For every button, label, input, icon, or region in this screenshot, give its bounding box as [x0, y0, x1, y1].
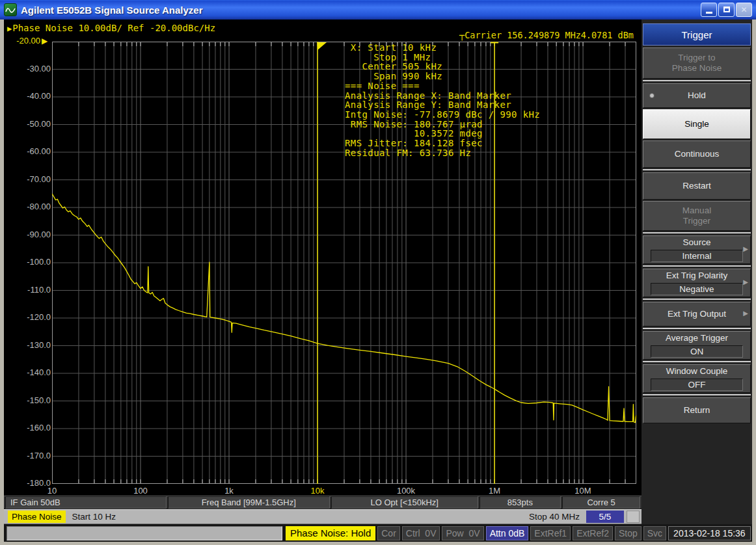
sweep-start-label: Start 10 Hz — [72, 512, 116, 522]
x-axis-tick-label: 100k — [397, 486, 415, 496]
status-indicator-service: Svc — [643, 526, 666, 540]
page-indicator: 5/5 — [586, 511, 624, 523]
softkey-label: Single — [684, 119, 709, 129]
analyzer-screen: Agilent E5052B Signal Source Analyzer ✕ … — [0, 0, 756, 545]
readout-cell-lo-opt: LO Opt [<150kHz] — [331, 496, 478, 509]
y-axis-tick-label: -70.00 — [4, 174, 51, 184]
x-axis-tick-label: 1k — [224, 486, 234, 496]
y-axis-tick-label: -150.0 — [4, 395, 51, 405]
softkey-value: Internal — [651, 250, 743, 262]
trace-scale-label: Phase Noise 10.00dB/ Ref -20.00dBc/Hz — [12, 23, 215, 33]
softkey-single[interactable]: Single — [643, 109, 751, 139]
status-indicator-ext-ref-1: ExtRef1 — [530, 526, 571, 540]
y-axis-tick-label: -90.00 — [4, 230, 51, 239]
close-button[interactable]: ✕ — [736, 3, 752, 17]
softkey-separator — [643, 299, 751, 300]
measurement-settings-bar: IF Gain 50dBFreq Band [99M-1.5GHz]LO Opt… — [4, 496, 641, 509]
softkey-label: Phase Noise — [672, 63, 722, 73]
radio-dot-icon — [649, 93, 655, 98]
y-axis-tick-label: -40.00 — [4, 91, 51, 101]
softkey-label: Trigger — [683, 216, 710, 226]
y-axis-tick-label: -140.0 — [4, 367, 51, 377]
softkey-separator — [643, 265, 751, 267]
readout-cell-points: 853pts — [479, 496, 561, 509]
softkey-average-trigger[interactable]: Average TriggerON — [643, 331, 751, 360]
softkey-ext-trig-polarity[interactable]: Ext Trig PolarityNegative▶ — [643, 269, 751, 297]
softkey-label: Trigger to — [678, 53, 715, 63]
y-axis-tick-label: -80.00 — [4, 202, 51, 211]
window-title: Agilent E5052B Signal Source Analyzer — [21, 5, 203, 16]
readout-cell-freq-band: Freq Band [99M-1.5GHz] — [168, 496, 330, 509]
y-axis-tick-label: -30.00 — [4, 64, 51, 73]
y-axis-tick-label: -130.0 — [4, 340, 51, 350]
softkey-label: Manual — [682, 206, 711, 216]
softkey-source[interactable]: SourceInternal▶ — [643, 235, 751, 264]
plot-canvas — [52, 42, 636, 484]
submenu-arrow-icon: ▶ — [743, 245, 748, 253]
minimize-button[interactable] — [701, 3, 717, 17]
noise-analysis-readout: X: Start 10 kHz Stop 1 MHz Center 505 kH… — [345, 43, 540, 157]
softkey-return[interactable]: Return — [643, 397, 751, 423]
status-bar: Phase Noise: Hold CorCtrl 0VPow 0VAttn 0… — [4, 524, 752, 542]
close-icon: ✕ — [740, 5, 747, 14]
x-axis-tick-label: 10k — [311, 486, 325, 496]
x-axis-tick-label: 10M — [574, 486, 591, 496]
y-axis-tick-label: -160.0 — [4, 423, 51, 432]
y-axis-tick-label: -60.00 — [4, 146, 51, 156]
softkey-separator — [643, 328, 751, 329]
phase-noise-graph: ▶Phase Noise 10.00dB/ Ref -20.00dBc/Hz ┬… — [4, 20, 641, 496]
softkey-separator — [643, 80, 751, 81]
y-axis-tick-label: -170.0 — [4, 451, 51, 460]
trigger-state-chip: Phase Noise: Hold — [286, 526, 375, 540]
x-axis-tick-label: 10 — [47, 486, 57, 496]
x-axis-tick-label: 1M — [489, 486, 500, 496]
restore-icon — [723, 7, 730, 12]
y-axis-tick-label: -20.00▶ — [4, 36, 51, 46]
softkey-hold[interactable]: Hold — [643, 83, 751, 108]
softkey-value: ON — [651, 345, 743, 358]
app-icon — [4, 3, 17, 16]
title-bar: Agilent E5052B Signal Source Analyzer ✕ — [0, 0, 756, 20]
softkey-window-couple[interactable]: Window CoupleOFF — [643, 364, 751, 393]
softkey-value: OFF — [651, 379, 743, 391]
softkey-restart[interactable]: Restart — [643, 172, 751, 200]
restore-button[interactable] — [718, 3, 735, 17]
carrier-frequency: ┬Carrier 156.249879 MHz — [459, 30, 581, 40]
softkey-ext-trig-output[interactable]: Ext Trig Output▶ — [643, 302, 751, 326]
status-indicator-ext-ref-2: ExtRef2 — [573, 526, 613, 540]
status-indicator-cor: Cor — [377, 526, 400, 540]
trace-header: ▶Phase Noise 10.00dB/ Ref -20.00dBc/Hz — [7, 23, 215, 33]
softkey-label: Return — [684, 405, 710, 416]
carrier-power: 4.0781 dBm — [581, 30, 634, 40]
softkey-label: Restart — [682, 181, 711, 191]
softkey-separator — [643, 361, 751, 362]
clock: 2013-02-18 15:36 — [668, 526, 751, 540]
softkey-continuous[interactable]: Continuous — [643, 140, 751, 168]
mode-chip: Phase Noise — [8, 511, 66, 523]
readout-cell-if-gain: IF Gain 50dB — [5, 496, 167, 509]
status-indicator-stop-led: Stop — [615, 526, 641, 540]
softkey-label: Window Couple — [666, 366, 728, 377]
softkey-separator — [643, 232, 751, 233]
softkey-label: Source — [683, 237, 711, 248]
softkey-label: Hold — [688, 90, 706, 101]
y-axis-tick-label: -110.0 — [4, 285, 51, 295]
instrument-frame: ▶Phase Noise 10.00dB/ Ref -20.00dBc/Hz ┬… — [0, 20, 756, 545]
trace-marker-icon: ▶ — [7, 24, 12, 33]
submenu-arrow-icon: ▶ — [743, 310, 748, 317]
minimize-icon — [706, 12, 712, 14]
softkey-trigger-to-phase-noise[interactable]: Trigger toPhase Noise — [643, 47, 751, 79]
softkey-label: Ext Trig Output — [668, 309, 726, 319]
sweep-stop-label: Stop 40 MHz — [529, 512, 580, 522]
ref-level-marker-icon: ▶ — [42, 36, 51, 46]
grid-lines — [52, 42, 636, 484]
y-axis-tick-label: -120.0 — [4, 312, 51, 322]
message-panel — [7, 526, 282, 540]
softkey-value: Negative — [651, 283, 743, 295]
status-indicator-ctrl-voltage: Ctrl 0V — [402, 526, 440, 540]
softkey-manual-trigger[interactable]: ManualTrigger — [643, 201, 751, 231]
softkey-menu-title: Trigger — [643, 23, 751, 46]
y-axis-tick-label: -50.00 — [4, 119, 51, 129]
softkey-label: Continuous — [675, 149, 719, 159]
y-axis-tick-label: -180.0 — [4, 478, 51, 488]
